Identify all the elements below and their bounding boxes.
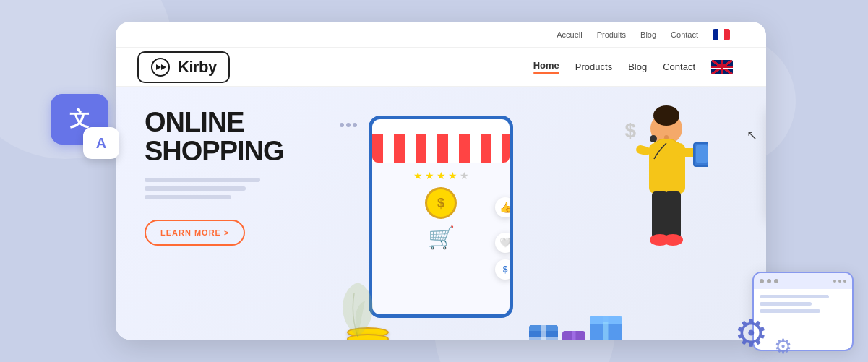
dot-2 <box>346 123 351 127</box>
nav-link-products[interactable]: Products <box>575 61 612 72</box>
translate-bubble-small: A <box>83 127 119 159</box>
top-nav-french-flag[interactable] <box>713 29 730 40</box>
person-figure <box>614 101 708 318</box>
gear-icon-small: ⚙ <box>774 335 792 358</box>
dot-1 <box>340 123 344 127</box>
star-2: ★ <box>425 170 434 181</box>
svg-rect-10 <box>635 145 651 157</box>
svg-rect-13 <box>696 145 708 163</box>
hero-title-line1: ONLINE <box>145 108 318 137</box>
settings-line-1 <box>760 295 829 298</box>
star-4: ★ <box>448 170 457 181</box>
shop-awning <box>372 119 510 163</box>
svg-rect-15 <box>665 191 681 238</box>
svg-point-17 <box>663 234 683 246</box>
hero-desc-line-2 <box>145 186 246 191</box>
top-navbar: Accueil Produits Blog Contact <box>116 22 766 48</box>
settings-line-2 <box>760 302 812 306</box>
nav-uk-flag[interactable] <box>711 60 733 74</box>
person-svg <box>614 101 708 318</box>
win-dot-1 <box>760 279 764 283</box>
nav-links: Home Products Blog Contact <box>533 60 733 74</box>
gift-box-2 <box>562 331 585 340</box>
bubble-like: 👍 <box>495 197 513 217</box>
leaf-decoration <box>336 279 379 340</box>
star-5-half: ★ <box>460 170 469 181</box>
bubble-heart: 🤍 <box>495 233 513 253</box>
nav-link-contact[interactable]: Contact <box>663 61 695 72</box>
star-1: ★ <box>413 170 423 181</box>
dots-float <box>340 123 357 127</box>
settings-window-body <box>754 289 852 319</box>
stars-row: ★ ★ ★ ★ ★ <box>413 170 469 181</box>
nav-link-home[interactable]: Home <box>533 60 559 71</box>
svg-point-19 <box>650 135 657 142</box>
learn-more-button[interactable]: LEARN MORE > <box>145 220 245 246</box>
hero-title: ONLINE SHOPPING <box>145 108 318 166</box>
svg-point-8 <box>653 105 679 126</box>
logo-area: Kirby <box>137 51 230 83</box>
awning-stripes <box>372 134 510 163</box>
win-dot-2 <box>767 279 771 283</box>
translate-char-small: A <box>96 135 106 152</box>
star-3: ★ <box>437 170 446 181</box>
gear-icon-large: ⚙ <box>734 311 768 355</box>
nav-link-home-wrapper[interactable]: Home <box>533 60 559 74</box>
hero-title-line2: SHOPPING <box>145 137 318 166</box>
cart-icon: 🛒 <box>428 225 455 250</box>
settings-window-titlebar <box>754 273 852 289</box>
coin-icon: $ <box>425 187 457 219</box>
hero-desc-line-1 <box>145 178 260 182</box>
top-nav-blog[interactable]: Blog <box>640 30 656 39</box>
hero-text-lines <box>145 178 318 199</box>
gifts-area <box>529 316 622 340</box>
logo-icon <box>150 57 171 77</box>
coin-symbol: $ <box>437 196 444 211</box>
hero-text: ONLINE SHOPPING LEARN MORE > <box>145 108 318 246</box>
settings-line-3 <box>760 309 820 313</box>
cursor-arrow: ↖ <box>747 127 757 143</box>
nav-link-blog[interactable]: Blog <box>628 61 647 72</box>
win-dot-3 <box>774 279 778 283</box>
hero-illustration: $ ★ ★ ★ ★ <box>332 108 737 340</box>
dot-3 <box>353 123 357 127</box>
shop-device-content: ★ ★ ★ ★ ★ $ 🛒 <box>372 163 510 314</box>
gift-box-3 <box>590 316 622 340</box>
bubble-dollar: $ <box>495 259 513 280</box>
main-navbar: Kirby Home Products Blog Contact <box>116 48 766 87</box>
shop-device: ★ ★ ★ ★ ★ $ 🛒 👍 🤍 $ <box>369 116 513 318</box>
logo-text: Kirby <box>178 58 217 77</box>
hero-desc-line-3 <box>145 195 231 199</box>
svg-point-18 <box>664 135 669 139</box>
translate-bubble-widget: 文 A <box>51 94 108 145</box>
hero-section: ONLINE SHOPPING LEARN MORE > $ <box>116 87 766 340</box>
top-nav-produits[interactable]: Produits <box>597 30 626 39</box>
top-nav-contact[interactable]: Contact <box>671 30 698 39</box>
gift-box-1 <box>529 325 558 340</box>
top-nav-accueil[interactable]: Accueil <box>557 30 582 39</box>
main-card: Accueil Produits Blog Contact Kirby Home <box>116 22 766 340</box>
